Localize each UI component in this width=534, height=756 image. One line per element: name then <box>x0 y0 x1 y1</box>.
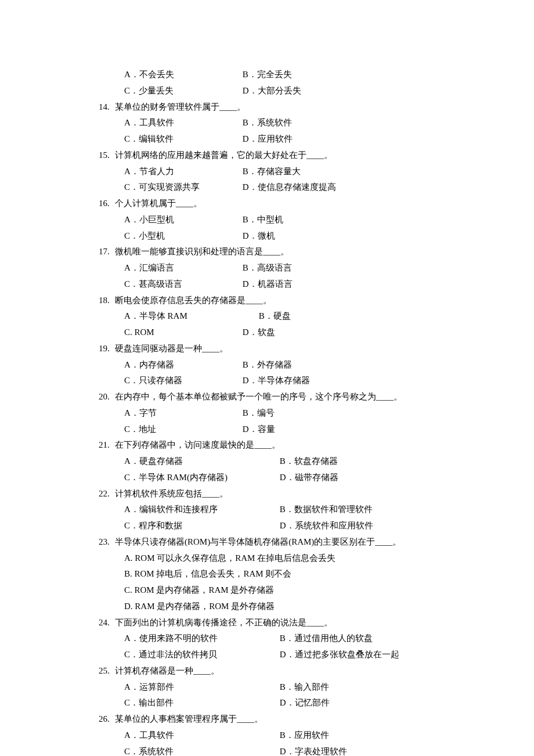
q22-number: 22. <box>99 486 115 502</box>
q26-options-row-1: A．工具软件 B．应用软件 <box>99 728 435 744</box>
q15-text: 计算机网络的应用越来越普遍，它的最大好处在于 <box>115 150 306 160</box>
q19-option-d: D．半导体存储器 <box>243 373 310 389</box>
period: 。 <box>211 666 219 675</box>
q24-options-row-2: C．通过非法的软件拷贝 D．通过把多张软盘叠放在一起 <box>99 647 435 663</box>
q26-options-row-2: C．系统软件 D．字表处理软件 <box>99 744 435 757</box>
q24-option-a: A．使用来路不明的软件 <box>124 631 277 647</box>
period: 。 <box>394 392 402 401</box>
document-page: A．不会丢失 B．完全丢失 C．少量丢失 D．大部分丢失 14.某单位的财务管理… <box>0 0 534 756</box>
q20-option-d: D．容量 <box>243 422 275 438</box>
q24-text: 下面列出的计算机病毒传播途径，不正确的说法是 <box>115 618 306 627</box>
q13-option-d: D．大部分丢失 <box>243 83 301 99</box>
q19-options-row-1: A．内存储器 B．外存储器 <box>99 357 435 373</box>
q18-options-row-2: C. ROM D．软盘 <box>99 325 435 341</box>
q13-option-b: B．完全丢失 <box>243 67 292 83</box>
q15-options-row-1: A．节省人力 B．存储容量大 <box>99 164 435 180</box>
blank: ____ <box>306 618 324 627</box>
blank: ____ <box>219 102 237 111</box>
q16-option-c: C．小型机 <box>124 228 240 244</box>
q14-option-a: A．工具软件 <box>124 115 240 131</box>
period: 。 <box>254 714 263 723</box>
q24-option-d: D．通过把多张软盘叠放在一起 <box>280 647 399 663</box>
blank: ____ <box>306 150 324 160</box>
q22-option-a: A．编辑软件和连接程序 <box>124 502 277 518</box>
period: 。 <box>272 440 280 449</box>
q25-options-row-1: A．运算部件 B．输入部件 <box>99 679 435 696</box>
period: 。 <box>324 618 333 627</box>
q18-options-row-1: A．半导体 RAM B．硬盘 <box>99 308 435 325</box>
q23-option-b: B. ROM 掉电后，信息会丢失，RAM 则不会 <box>99 566 435 582</box>
q22-option-d: D．系统软件和应用软件 <box>280 518 373 534</box>
period: 。 <box>324 150 333 160</box>
q18-option-b: B．硬盘 <box>259 308 291 325</box>
q16-option-a: A．小巨型机 <box>124 212 240 228</box>
q21-text: 在下列存储器中，访问速度最快的是 <box>115 440 254 449</box>
q16-options-row-2: C．小型机 D．微机 <box>99 228 435 244</box>
q17-option-a: A．汇编语言 <box>124 260 240 276</box>
q20-option-b: B．编号 <box>243 405 275 422</box>
q13-options-row-1: A．不会丢失 B．完全丢失 <box>99 67 435 83</box>
q20-options-row-1: A．字节 B．编号 <box>99 405 435 422</box>
q16-text: 个人计算机属于 <box>115 199 176 208</box>
q16-number: 16. <box>99 196 115 212</box>
q14-option-d: D．应用软件 <box>243 131 293 147</box>
blank: ____ <box>375 537 392 546</box>
q18-option-c: C. ROM <box>124 325 240 341</box>
q14-options-row-1: A．工具软件 B．系统软件 <box>99 115 435 131</box>
q17-options-row-1: A．汇编语言 B．高级语言 <box>99 260 435 276</box>
q21-number: 21. <box>99 437 115 453</box>
q21-option-d: D．磁带存储器 <box>280 470 338 486</box>
q25-text: 计算机存储器是一种 <box>115 666 193 675</box>
q21-option-a: A．硬盘存储器 <box>124 453 277 470</box>
q25-stem: 25.计算机存储器是一种____。 <box>99 663 435 679</box>
q20-text: 在内存中，每个基本单位都被赋予一个唯一的序号，这个序号称之为 <box>115 392 376 401</box>
q14-stem: 14.某单位的财务管理软件属于____。 <box>99 99 435 116</box>
blank: ____ <box>202 489 219 498</box>
q21-options-row-2: C．半导体 RAM(内存储器) D．磁带存储器 <box>99 470 435 486</box>
q15-option-c: C．可实现资源共享 <box>124 179 240 196</box>
q16-option-b: B．中型机 <box>243 212 283 228</box>
q25-number: 25. <box>99 663 115 679</box>
q23-option-d: D. RAM 是内存储器，ROM 是外存储器 <box>99 599 435 615</box>
q13-option-a: A．不会丢失 <box>124 67 240 83</box>
q24-number: 24. <box>99 615 115 631</box>
q26-option-c: C．系统软件 <box>124 744 277 757</box>
q19-text: 硬盘连同驱动器是一种 <box>115 344 202 353</box>
q19-number: 19. <box>99 341 115 357</box>
q19-option-c: C．只读存储器 <box>124 373 240 389</box>
q18-stem: 18.断电会使原存信息丢失的存储器是____。 <box>99 293 435 309</box>
q26-option-b: B．应用软件 <box>280 728 329 744</box>
q24-option-b: B．通过借用他人的软盘 <box>280 631 373 647</box>
q22-stem: 22.计算机软件系统应包括____。 <box>99 486 435 502</box>
q15-option-b: B．存储容量大 <box>243 164 301 180</box>
q21-options-row-1: A．硬盘存储器 B．软盘存储器 <box>99 453 435 470</box>
q15-number: 15. <box>99 147 115 164</box>
q25-option-c: C．输出部件 <box>124 695 277 711</box>
q26-number: 26. <box>99 711 115 728</box>
blank: ____ <box>176 199 193 208</box>
blank: ____ <box>254 440 272 449</box>
q20-number: 20. <box>99 389 115 405</box>
blank: ____ <box>193 666 211 675</box>
q18-option-a: A．半导体 RAM <box>124 308 257 325</box>
period: 。 <box>219 489 228 498</box>
q21-option-c: C．半导体 RAM(内存储器) <box>124 470 277 486</box>
q25-option-a: A．运算部件 <box>124 679 277 696</box>
q22-options-row-2: C．程序和数据 D．系统软件和应用软件 <box>99 518 435 534</box>
q19-option-a: A．内存储器 <box>124 357 240 373</box>
q14-option-b: B．系统软件 <box>243 115 292 131</box>
q23-option-c: C. ROM 是内存储器，RAM 是外存储器 <box>99 582 435 599</box>
period: 。 <box>193 199 202 208</box>
q22-option-c: C．程序和数据 <box>124 518 277 534</box>
q19-options-row-2: C．只读存储器 D．半导体存储器 <box>99 373 435 389</box>
q20-option-c: C．地址 <box>124 422 240 438</box>
q17-options-row-2: C．甚高级语言 D．机器语言 <box>99 276 435 293</box>
q18-option-d: D．软盘 <box>243 325 275 341</box>
q23-text: 半导体只读存储器(ROM)与半导体随机存储器(RAM)的主要区别在于 <box>115 537 375 546</box>
q19-stem: 19.硬盘连同驱动器是一种____。 <box>99 341 435 357</box>
q16-stem: 16.个人计算机属于____。 <box>99 196 435 212</box>
period: 。 <box>219 344 228 353</box>
period: 。 <box>237 102 246 111</box>
q16-options-row-1: A．小巨型机 B．中型机 <box>99 212 435 228</box>
q14-number: 14. <box>99 99 115 116</box>
